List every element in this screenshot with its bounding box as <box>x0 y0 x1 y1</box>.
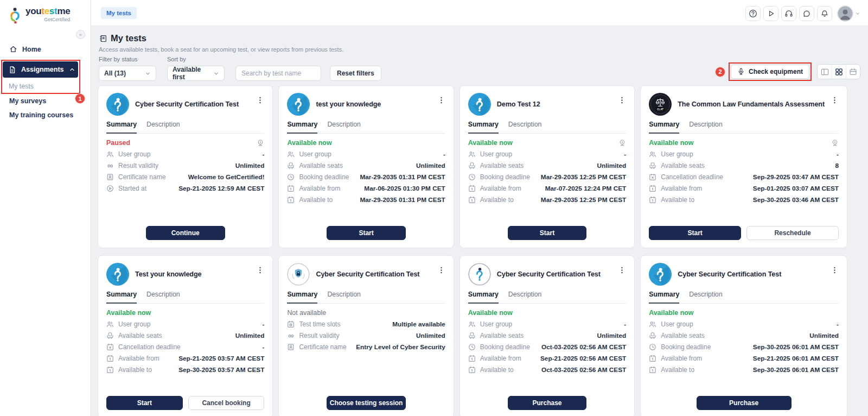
detail-value: Sep-30-2025 06:01 AM CEST <box>753 366 839 374</box>
sidebar-item-my-tests[interactable]: My tests <box>3 80 78 93</box>
test-logo-ytm-blue <box>468 93 491 116</box>
notifications-button[interactable] <box>817 6 832 21</box>
start-button[interactable]: Start <box>106 396 183 410</box>
test-card: Cyber Security Certification TestSummary… <box>459 255 635 416</box>
test-logo-ytm-outline <box>468 263 491 286</box>
detail-label: Available to <box>480 366 514 374</box>
calendar-icon <box>287 196 295 204</box>
detail-value: - <box>624 320 626 328</box>
tab-summary[interactable]: Summary <box>287 291 317 304</box>
tab-summary[interactable]: Summary <box>468 291 499 304</box>
choose-testing-session-button[interactable]: Choose testing session <box>327 396 406 410</box>
sidebar-item-assignments[interactable]: Assignments <box>3 61 78 78</box>
sidebar-item-my-surveys[interactable]: My surveys <box>9 97 46 105</box>
card-actions: StartCancel booking <box>106 390 264 410</box>
calendar-clock-icon <box>287 320 295 328</box>
microphone-icon <box>737 68 745 75</box>
card-menu-button[interactable] <box>618 96 626 106</box>
purchase-button[interactable]: Purchase <box>697 396 792 410</box>
users-icon <box>649 150 656 158</box>
detail-value: Sep-21-2025 03:57 AM CEST <box>178 355 264 362</box>
detail-value: Sep-01-2025 03:07 AM CEST <box>753 185 839 192</box>
tab-summary[interactable]: Summary <box>649 291 679 304</box>
test-card: Cyber Security Certification TestSummary… <box>278 255 454 416</box>
sidebar-item-my-training-courses[interactable]: My training courses <box>9 111 73 119</box>
tab-summary[interactable]: Summary <box>287 121 317 134</box>
grid-view-icon <box>835 68 843 76</box>
detail-value: Sep-21-2025 12:59 AM CEST <box>178 185 264 192</box>
tab-description[interactable]: Description <box>508 121 542 133</box>
check-equipment-button[interactable]: Check equipment <box>731 65 809 79</box>
card-menu-button[interactable] <box>831 266 839 276</box>
breadcrumb[interactable]: My tests <box>101 7 137 19</box>
detail-label: Available seats <box>118 332 162 339</box>
card-menu-button[interactable] <box>618 266 626 276</box>
start-button[interactable]: Start <box>327 226 406 240</box>
tab-description[interactable]: Description <box>146 121 180 133</box>
test-logo-ytm-blue <box>649 263 672 286</box>
tab-description[interactable]: Description <box>508 291 542 303</box>
card-actions: Purchase <box>468 390 626 410</box>
detail-row: Certificate nameEntry Level of Cyber Sec… <box>287 341 445 352</box>
seat-icon <box>468 162 476 169</box>
detail-row: User group- <box>468 148 626 160</box>
detail-label: Available to <box>661 196 694 204</box>
cancel-booking-button[interactable]: Cancel booking <box>188 396 265 410</box>
search-input[interactable] <box>235 66 321 81</box>
continue-button[interactable]: Continue <box>146 226 225 240</box>
reset-filters-button[interactable]: Reset filters <box>330 66 381 81</box>
sort-by-select[interactable]: Available first <box>167 66 225 81</box>
detail-label: User group <box>480 320 512 328</box>
card-actions: Choose testing session <box>287 390 445 410</box>
tab-description[interactable]: Description <box>146 291 180 303</box>
purchase-button[interactable]: Purchase <box>508 396 587 410</box>
detail-list: User group-∞Result validityUnlimitedCert… <box>106 148 264 194</box>
table-view-button[interactable] <box>818 65 832 79</box>
card-menu-button[interactable] <box>437 266 445 276</box>
detail-value: Mar-06-2025 01:30 PM CET <box>364 185 445 192</box>
headset-icon <box>784 9 793 18</box>
card-menu-button[interactable] <box>437 96 445 106</box>
detail-label: Available seats <box>299 162 343 169</box>
status-row: Paused <box>106 139 264 147</box>
seat-icon <box>468 332 476 339</box>
card-menu-button[interactable] <box>256 266 264 276</box>
tab-description[interactable]: Description <box>327 291 361 303</box>
start-button[interactable]: Start <box>649 226 741 240</box>
test-card: Test your knowledgeSummaryDescriptionAva… <box>98 255 273 416</box>
card-tabs: SummaryDescription <box>649 121 839 134</box>
tab-summary[interactable]: Summary <box>106 291 137 304</box>
tab-description[interactable]: Description <box>689 121 723 133</box>
test-card: test your knowledgeSummaryDescriptionAva… <box>278 85 454 248</box>
calendar-icon <box>649 185 656 192</box>
detail-list: User group-Available seatsUnlimitedBooki… <box>287 148 445 206</box>
status-filter-select[interactable]: All (13) <box>99 66 156 81</box>
sidebar-item-my-training-courses-label: My training courses <box>9 111 73 119</box>
detail-label: Booking deadline <box>480 343 530 351</box>
topbar-actions <box>745 5 860 22</box>
user-avatar[interactable] <box>837 5 860 22</box>
tab-description[interactable]: Description <box>327 121 361 133</box>
grid-view-button[interactable] <box>832 65 846 79</box>
detail-value: Unlimited <box>597 162 626 169</box>
reschedule-button[interactable]: Reschedule <box>746 226 839 240</box>
card-menu-button[interactable] <box>831 96 839 106</box>
card-tabs: SummaryDescription <box>106 291 264 304</box>
sidebar-collapse-button[interactable]: « <box>76 30 85 39</box>
tab-summary[interactable]: Summary <box>468 121 499 134</box>
tab-summary[interactable]: Summary <box>649 121 679 134</box>
tab-description[interactable]: Description <box>689 291 723 303</box>
detail-row: Available fromSep-21-2025 02:56 AM CEST <box>468 353 626 364</box>
app-logo: youtestme GetCertified <box>7 7 70 24</box>
help-button[interactable] <box>745 6 761 21</box>
messages-button[interactable] <box>799 6 814 21</box>
tutorial-play-button[interactable] <box>763 6 778 21</box>
certificate-icon <box>287 343 295 351</box>
tab-summary[interactable]: Summary <box>106 121 137 134</box>
card-menu-button[interactable] <box>256 96 264 106</box>
test-title: Cyber Security Certification Test <box>497 270 612 278</box>
support-button[interactable] <box>781 6 796 21</box>
sidebar-item-home[interactable]: Home <box>9 45 41 53</box>
calendar-view-button[interactable] <box>846 65 860 79</box>
start-button[interactable]: Start <box>508 226 587 240</box>
